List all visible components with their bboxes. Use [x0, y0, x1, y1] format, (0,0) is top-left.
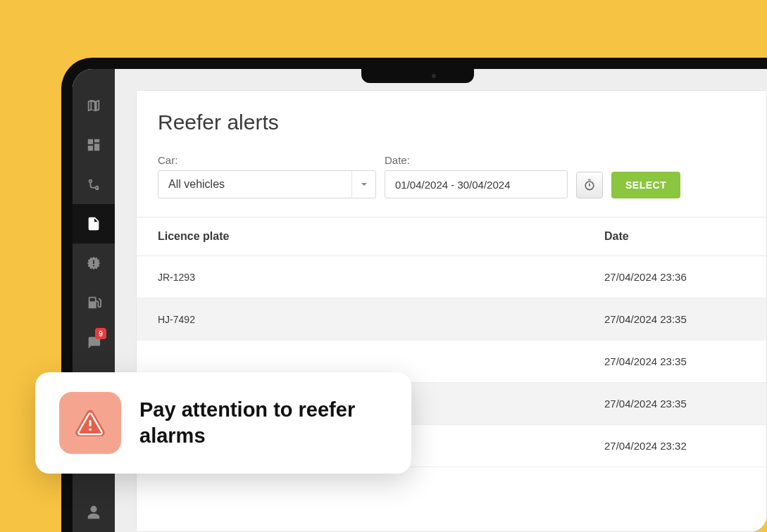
cell-plate: JR-1293	[158, 272, 604, 283]
cell-date: 27/04/2024 23:32	[604, 440, 745, 452]
svg-rect-0	[89, 420, 91, 426]
time-picker-button[interactable]	[576, 172, 603, 198]
stopwatch-icon	[582, 178, 597, 192]
th-date: Date	[604, 230, 745, 243]
user-icon	[86, 505, 101, 520]
cell-date: 27/04/2024 23:36	[604, 271, 745, 283]
page-title: Reefer alerts	[158, 110, 745, 134]
cell-date: 27/04/2024 23:35	[604, 398, 745, 410]
date-range-input[interactable]: 01/04/2024 - 30/04/2024	[385, 170, 568, 198]
sidebar-item-route[interactable]	[73, 165, 115, 204]
alert-toast: Pay attention to reefer alarms	[35, 372, 411, 474]
table-row[interactable]: JR-1293 27/04/2024 23:36	[137, 256, 766, 298]
sidebar-item-fuel[interactable]	[73, 283, 115, 322]
sidebar-item-dashboard[interactable]	[73, 125, 115, 165]
chevron-down-icon	[351, 171, 375, 198]
document-icon	[86, 216, 101, 232]
cell-date: 27/04/2024 23:35	[604, 313, 745, 325]
car-select[interactable]: All vehicles	[158, 170, 376, 198]
date-range-value: 01/04/2024 - 30/04/2024	[395, 179, 510, 191]
th-licence-plate: Licence plate	[158, 230, 604, 243]
grid-icon	[86, 137, 101, 153]
sidebar-item-map[interactable]	[73, 86, 115, 125]
car-select-value: All vehicles	[168, 178, 225, 191]
toast-message: Pay attention to reefer alarms	[139, 397, 387, 449]
select-button[interactable]: SELECT	[611, 172, 680, 198]
route-icon	[86, 177, 101, 192]
sidebar-item-alerts[interactable]	[73, 243, 115, 283]
car-filter-label: Car:	[158, 154, 376, 166]
device-notch	[361, 68, 474, 83]
sidebar-item-reports[interactable]	[73, 204, 115, 243]
notification-badge: 9	[95, 328, 106, 339]
table-header: Licence plate Date	[137, 217, 766, 256]
fuel-icon	[86, 295, 101, 310]
date-filter-label: Date:	[385, 154, 568, 166]
sidebar-item-messages[interactable]: 9	[73, 322, 115, 362]
filter-bar: Car: All vehicles Date: 01/04/2024 - 30/…	[137, 141, 766, 217]
cell-plate: HJ-7492	[158, 314, 604, 325]
cell-date: 27/04/2024 23:35	[604, 355, 745, 367]
map-icon	[86, 98, 101, 113]
svg-point-1	[89, 428, 92, 431]
alert-badge-icon	[86, 255, 101, 271]
table-row[interactable]: HJ-7492 27/04/2024 23:35	[137, 298, 766, 341]
sidebar-item-profile[interactable]	[73, 493, 115, 532]
warning-icon	[59, 392, 121, 454]
